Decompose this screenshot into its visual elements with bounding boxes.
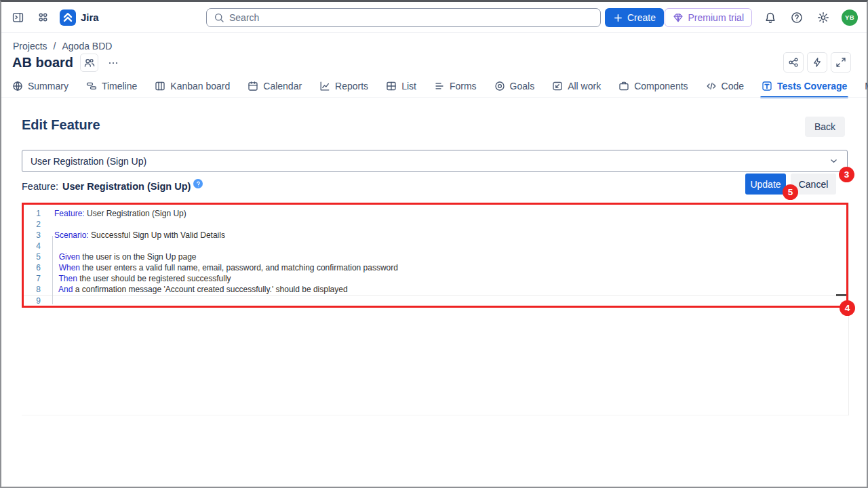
editor-line: 2 bbox=[24, 219, 846, 230]
editor-line: 4 bbox=[24, 241, 846, 251]
breadcrumb-projects[interactable]: Projects bbox=[13, 41, 47, 52]
step-text: User Registration (Sign Up) bbox=[85, 209, 186, 218]
board-members-button[interactable] bbox=[80, 54, 98, 72]
chevron-down-icon bbox=[829, 156, 839, 166]
line-number: 1 bbox=[24, 208, 50, 219]
editor-line: 6 When the user enters a valid full name… bbox=[24, 262, 846, 273]
premium-trial-button[interactable]: Premium trial bbox=[665, 8, 752, 27]
update-button[interactable]: Update bbox=[745, 174, 786, 195]
avatar-initials: YB bbox=[845, 14, 854, 21]
line-code: Given the user is on the Sign Up page bbox=[54, 251, 196, 262]
editor-line: 7 Then the user should be registered suc… bbox=[24, 273, 846, 284]
line-code: When the user enters a valid full name, … bbox=[54, 262, 398, 273]
notifications-button[interactable] bbox=[762, 9, 778, 26]
line-code: Then the user should be registered succe… bbox=[54, 273, 231, 284]
feature-select[interactable]: User Registration (Sign Up) bbox=[22, 150, 848, 172]
sidebar-toggle-button[interactable] bbox=[9, 9, 26, 26]
gherkin-keyword: Then bbox=[58, 274, 77, 283]
tab-label: Forms bbox=[450, 81, 477, 92]
gherkin-keyword: When bbox=[59, 263, 80, 272]
tab-code[interactable]: Code bbox=[706, 75, 744, 96]
lightning-icon bbox=[812, 57, 823, 68]
tab-tests-coverage[interactable]: Tests Coverage bbox=[762, 75, 847, 96]
line-code: Feature: User Registration (Sign Up) bbox=[54, 208, 186, 219]
resize-handle[interactable] bbox=[836, 294, 846, 296]
editor-line: 8 And a confirmation message 'Account cr… bbox=[24, 284, 846, 295]
tab-summary[interactable]: Summary bbox=[12, 75, 68, 96]
tab-components[interactable]: Components bbox=[618, 75, 688, 96]
tab-goals[interactable]: Goals bbox=[494, 75, 535, 96]
automation-button[interactable] bbox=[807, 52, 827, 73]
tab-more[interactable]: More 5 bbox=[865, 75, 868, 96]
tab-timeline[interactable]: Timeline bbox=[86, 75, 137, 96]
goals-icon bbox=[494, 81, 505, 92]
fullscreen-button[interactable] bbox=[831, 52, 851, 73]
jira-logo-icon bbox=[60, 9, 76, 26]
line-number: 4 bbox=[24, 241, 50, 251]
feature-editor[interactable]: 1Feature: User Registration (Sign Up)23S… bbox=[24, 205, 846, 306]
globe-icon bbox=[12, 81, 23, 92]
tab-kanban-board[interactable]: Kanban board bbox=[155, 75, 230, 96]
premium-trial-label: Premium trial bbox=[688, 12, 744, 23]
step-text: the user is on the Sign Up page bbox=[80, 252, 196, 262]
tab-label: Calendar bbox=[263, 81, 302, 92]
annotation-badge-3: 3 bbox=[839, 167, 854, 182]
gherkin-keyword: Feature: bbox=[54, 209, 85, 218]
tab-all-work[interactable]: All work bbox=[552, 75, 601, 96]
tab-label: Summary bbox=[28, 81, 68, 92]
tabbar-divider bbox=[1, 97, 867, 98]
plus-icon bbox=[613, 13, 623, 23]
tab-label: List bbox=[401, 81, 416, 92]
back-button[interactable]: Back bbox=[805, 117, 845, 137]
feature-help-icon[interactable] bbox=[193, 179, 203, 188]
jira-home-link[interactable]: Jira bbox=[60, 9, 99, 26]
settings-button[interactable] bbox=[815, 9, 831, 26]
editor-line: 1Feature: User Registration (Sign Up) bbox=[24, 208, 846, 219]
gherkin-keyword: Scenario: bbox=[54, 230, 89, 240]
gherkin-keyword: Given bbox=[59, 252, 80, 262]
line-number: 2 bbox=[24, 219, 50, 230]
gutter-divider bbox=[52, 236, 53, 304]
search-input[interactable] bbox=[229, 12, 593, 23]
step-text: a confirmation message 'Account created … bbox=[73, 285, 347, 294]
line-number: 6 bbox=[24, 262, 50, 273]
bell-icon bbox=[764, 12, 776, 24]
line-number: 7 bbox=[24, 273, 50, 284]
help-button[interactable] bbox=[789, 9, 805, 26]
tab-label: Timeline bbox=[102, 81, 137, 92]
line-number: 8 bbox=[24, 284, 50, 295]
app-switcher-button[interactable] bbox=[35, 9, 51, 26]
tab-forms[interactable]: Forms bbox=[434, 75, 477, 96]
app-name: Jira bbox=[81, 12, 99, 23]
tab-label: Goals bbox=[510, 81, 535, 92]
tab-label: Kanban board bbox=[170, 81, 230, 92]
code-icon bbox=[706, 81, 717, 92]
create-label: Create bbox=[627, 12, 656, 23]
tab-list[interactable]: List bbox=[386, 75, 416, 96]
share-button[interactable] bbox=[783, 52, 804, 73]
tab-calendar[interactable]: Calendar bbox=[248, 75, 302, 96]
tab-label: All work bbox=[568, 81, 601, 92]
gherkin-keyword: And bbox=[58, 285, 73, 294]
tab-label: Components bbox=[634, 81, 688, 92]
top-navigation-bar: Jira Create Premium trial bbox=[1, 2, 867, 33]
annotation-badge-5: 5 bbox=[783, 184, 798, 200]
board-more-button[interactable] bbox=[105, 55, 121, 71]
reports-icon bbox=[319, 81, 330, 92]
editor-line: 3Scenario: Successful Sign Up with Valid… bbox=[24, 230, 846, 241]
kanban-icon bbox=[155, 81, 165, 92]
feature-name: User Registration (Sign Up) bbox=[62, 181, 191, 192]
app-grid-icon bbox=[37, 12, 49, 23]
user-avatar[interactable]: YB bbox=[842, 9, 858, 26]
editor-line: 9 bbox=[24, 295, 846, 306]
search-bar[interactable] bbox=[206, 8, 601, 27]
diamond-icon bbox=[673, 12, 684, 23]
feature-select-value: User Registration (Sign Up) bbox=[31, 156, 146, 167]
calendar-icon bbox=[248, 81, 258, 92]
line-number: 3 bbox=[24, 230, 50, 241]
breadcrumb-project-name[interactable]: Agoda BDD bbox=[62, 41, 112, 52]
forms-icon bbox=[434, 81, 445, 92]
search-icon bbox=[214, 12, 224, 23]
create-button[interactable]: Create bbox=[605, 8, 664, 27]
tab-reports[interactable]: Reports bbox=[319, 75, 368, 96]
